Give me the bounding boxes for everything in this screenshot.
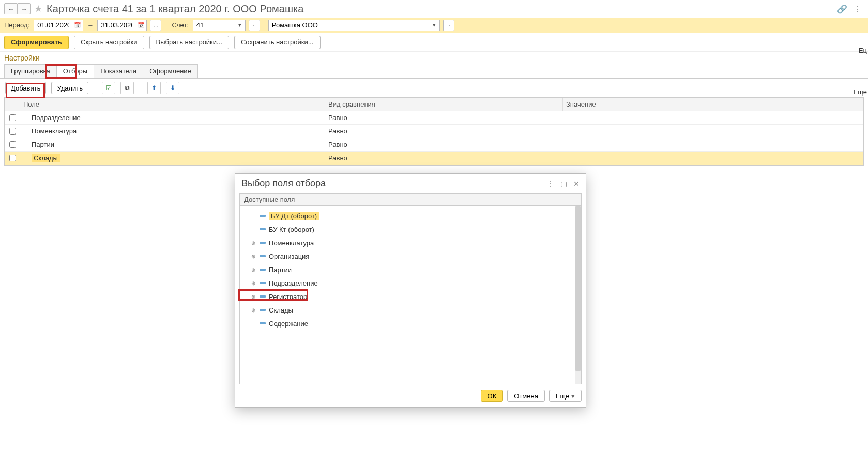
hide-settings-button[interactable]: Скрыть настройки [74,36,144,49]
row-cmp: Равно [325,141,563,148]
col-cmp: Вид сравнения [325,98,563,111]
row-field: Подразделение [20,114,325,122]
org-open-button[interactable]: ▫ [443,20,454,31]
dialog-maximize-icon[interactable]: ▢ [560,180,567,188]
delete-filter-button[interactable]: Удалить [51,82,88,94]
save-settings-button[interactable]: Сохранить настройки... [234,36,321,49]
dialog-more-button[interactable]: Еще [549,390,582,402]
calendar-icon[interactable]: 📅 [136,20,146,31]
row-field: Партии [20,141,325,148]
tree-item[interactable]: •Содержание [240,317,581,330]
nav-back-button[interactable]: ← [4,3,18,14]
tree-item[interactable]: ⊕Регистратор [240,290,581,303]
tab-design[interactable]: Оформление [143,64,198,78]
expander-icon[interactable]: ⊕ [250,294,256,300]
dialog-more-icon[interactable]: ⋮ [547,180,554,188]
tree-header: Доступные поля [240,194,581,206]
dialog-ok-button[interactable]: ОК [481,390,504,402]
tree-scrollbar[interactable] [575,206,581,384]
field-bar-icon [260,228,266,230]
dialog-cancel-button[interactable]: Отмена [507,390,545,402]
account-field[interactable]: ▾ [193,20,246,31]
field-bar-icon [260,322,266,324]
org-input[interactable] [269,20,429,31]
chevron-down-icon[interactable]: ▾ [429,20,439,31]
table-row[interactable]: СкладыРавно [5,152,863,165]
period-to-input[interactable] [98,20,136,31]
tree-item-label: Номенклатура [269,239,314,247]
expander-icon[interactable]: ⊕ [250,267,256,273]
dialog-title: Выбор поля отбора [241,178,326,189]
field-bar-icon [260,295,266,298]
tree-item[interactable]: •БУ Дт (оборот) [240,209,581,222]
field-bar-icon [260,282,266,284]
tree-item-label: БУ Дт (оборот) [269,212,319,220]
row-field: Номенклатура [20,127,325,135]
row-cmp: Равно [325,127,563,135]
action-toolbar: Сформировать Скрыть настройки Выбрать на… [0,33,868,52]
row-checkbox[interactable] [9,114,16,121]
field-bar-icon [260,215,266,217]
settings-title: Настройки [0,52,868,62]
tab-filters[interactable]: Отборы [56,64,94,78]
field-bar-icon [260,255,266,257]
tab-grouping[interactable]: Группировка [4,64,57,78]
fields-tree[interactable]: Доступные поля •БУ Дт (оборот)•БУ Кт (об… [239,193,582,384]
row-checkbox[interactable] [9,155,16,161]
expander-icon[interactable]: ⊕ [250,307,256,313]
tree-item-label: Партии [269,266,292,274]
period-from-input[interactable] [34,20,72,31]
run-report-button[interactable]: Сформировать [4,36,69,49]
dialog-close-icon[interactable]: ✕ [573,180,580,188]
move-up-icon[interactable]: ⬆ [147,82,161,94]
more-icon[interactable]: ⋮ [854,4,862,14]
row-cmp: Равно [325,114,563,122]
move-down-icon[interactable]: ⬇ [166,82,179,94]
tree-item[interactable]: ⊕Подразделение [240,276,581,290]
table-row[interactable]: НоменклатураРавно [5,125,863,138]
favorite-star-icon[interactable]: ★ [34,3,42,14]
settings-tabs: Группировка Отборы Показатели Оформление [0,64,868,79]
tab-indicators[interactable]: Показатели [94,64,143,78]
expander-icon[interactable]: ⊕ [250,254,256,259]
checkall-icon[interactable]: ☑ [102,82,115,94]
chevron-down-icon[interactable]: ▾ [235,20,245,31]
tree-item[interactable]: ⊕Организация [240,249,581,263]
filters-more-edge[interactable]: Еще [854,88,867,96]
account-label: Счет: [172,21,188,29]
row-checkbox[interactable] [9,141,16,148]
account-input[interactable] [193,20,235,31]
row-cmp: Равно [325,154,563,162]
tree-item[interactable]: ⊕Номенклатура [240,236,581,249]
filters-table: Поле Вид сравнения Значение Подразделени… [4,97,864,166]
expander-icon[interactable]: ⊕ [250,280,256,286]
expander-icon[interactable]: ⊕ [250,240,256,246]
field-bar-icon [260,269,266,271]
period-ellipsis-button[interactable]: ... [150,20,161,31]
tree-item[interactable]: •БУ Кт (оборот) [240,222,581,236]
filters-toolbar: Добавить Удалить ☑ ⧉ ⬆ ⬇ Еще [0,79,868,97]
copy-icon[interactable]: ⧉ [120,82,134,94]
period-from-field[interactable]: 📅 [34,20,83,31]
period-label: Период: [4,21,29,29]
page-title: Карточка счета 41 за 1 квартал 2020 г. О… [47,3,303,15]
table-row[interactable]: ПодразделениеРавно [5,111,863,125]
calendar-icon[interactable]: 📅 [72,20,83,31]
field-bar-icon [260,309,266,311]
tree-item-label: БУ Кт (оборот) [269,226,314,233]
row-checkbox[interactable] [9,128,16,135]
period-to-field[interactable]: 📅 [97,20,147,31]
table-row[interactable]: ПартииРавно [5,138,863,152]
link-icon[interactable]: 🔗 [837,4,847,14]
tree-item-label: Содержание [269,320,308,328]
tree-item[interactable]: ⊕Партии [240,263,581,276]
add-filter-button[interactable]: Добавить [5,82,46,94]
choose-settings-button[interactable]: Выбрать настройки... [149,36,229,49]
tree-item[interactable]: ⊕Склады [240,303,581,317]
tree-item-label: Регистратор [269,293,307,301]
more-button-edge[interactable]: Ец [859,47,867,54]
account-open-button[interactable]: ▫ [249,20,260,31]
tree-item-label: Организация [269,252,309,260]
nav-forward-button[interactable]: → [17,3,31,14]
org-field[interactable]: ▾ [268,20,440,31]
